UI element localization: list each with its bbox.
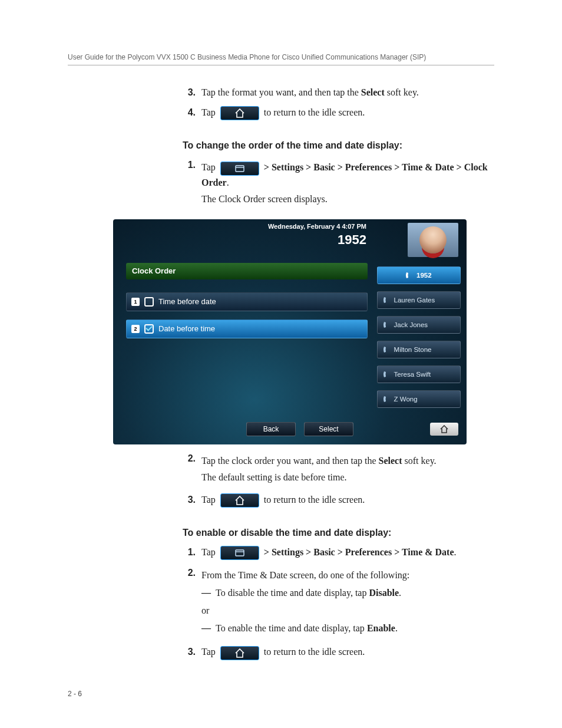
step-number: 4.	[183, 106, 196, 120]
option-text: To enable the time and date display, tap	[216, 623, 367, 633]
line-key-self[interactable]: 1952	[377, 266, 461, 284]
speed-dial[interactable]: Lauren Gates	[377, 291, 461, 309]
page-number: 2 - 6	[68, 690, 494, 698]
step-text: to return to the idle screen.	[264, 107, 365, 117]
home-icon	[220, 646, 259, 660]
speed-dial-label: Z Wong	[394, 396, 418, 403]
handset-icon	[382, 395, 391, 403]
step-number: 2.	[183, 566, 196, 639]
page-header: User Guide for the Polycom VVX 1500 C Bu…	[68, 53, 494, 65]
step-text: soft key.	[385, 87, 419, 97]
status-extension: 1952	[338, 232, 366, 248]
tap-word: Tap	[201, 162, 218, 172]
step-number: 3.	[183, 645, 196, 660]
note-text: The default setting is date before time.	[201, 470, 494, 485]
period: .	[454, 547, 457, 557]
home-softkey[interactable]	[430, 423, 458, 436]
tap-word: Tap	[201, 107, 218, 117]
option-label: Date before time	[158, 324, 215, 333]
step-number: 1.	[183, 545, 196, 560]
avatar	[408, 223, 458, 257]
option-date-before-time[interactable]: 2 Date before time	[126, 319, 368, 338]
step-number: 1.	[183, 158, 196, 208]
main-content: 3. Tap the format you want, and then tap…	[183, 85, 494, 660]
handset-icon	[382, 321, 391, 329]
menu-icon	[220, 546, 259, 560]
speed-dial[interactable]: Jack Jones	[377, 316, 461, 334]
speed-dial-label: Teresa Swift	[394, 371, 431, 378]
handset-icon	[382, 345, 391, 354]
option-index-1: 1	[131, 298, 140, 306]
select-softkey-ref: Select	[361, 87, 385, 97]
speed-dial-label: Jack Jones	[394, 321, 428, 328]
step-number: 3.	[183, 493, 196, 508]
dash-bullet: —	[201, 586, 211, 600]
svg-rect-2	[236, 550, 244, 556]
step-text: to return to the idle screen.	[264, 647, 365, 657]
menu-path: > Settings > Basic > Preferences > Time …	[264, 162, 464, 172]
option-label: Time before date	[158, 297, 216, 306]
svg-rect-0	[236, 166, 244, 172]
home-icon	[220, 493, 259, 508]
tap-word: Tap	[201, 547, 218, 557]
line-key-label: 1952	[416, 272, 432, 279]
menu-icon	[220, 162, 259, 176]
menu-path: > Settings > Basic > Preferences > Time …	[264, 547, 454, 557]
status-datetime: Wednesday, February 4 4:07 PM	[268, 223, 366, 230]
screen-title: Clock Order	[126, 263, 368, 279]
step-text: soft key.	[402, 456, 437, 466]
speed-dial[interactable]: Milton Stone	[377, 341, 461, 358]
tap-word: Tap	[201, 495, 218, 505]
result-text: The Clock Order screen displays.	[201, 192, 494, 206]
section-heading: To change the order of the time and date…	[183, 140, 494, 151]
checkbox-unchecked-icon	[144, 297, 154, 307]
handset-icon	[382, 370, 391, 378]
select-softkey-ref: Select	[379, 456, 402, 466]
period: .	[395, 623, 398, 633]
period: .	[227, 177, 229, 187]
step-text: Tap the format you want, and then tap th…	[201, 87, 361, 97]
speed-dial[interactable]: Z Wong	[377, 390, 461, 408]
or-separator: or	[201, 604, 494, 618]
clock-order-screenshot: Wednesday, February 4 4:07 PM 1952 Clock…	[113, 219, 467, 444]
option-time-before-date[interactable]: 1 Time before date	[126, 292, 368, 311]
handset-icon	[405, 271, 413, 279]
disable-ref: Disable	[369, 588, 399, 598]
home-icon	[439, 425, 449, 433]
step-text: to return to the idle screen.	[264, 495, 365, 505]
step-text: From the Time & Date screen, do one of t…	[201, 568, 494, 582]
enable-ref: Enable	[367, 623, 395, 633]
tap-word: Tap	[201, 647, 218, 657]
step-text: Tap the clock order you want, and then t…	[201, 456, 379, 466]
step-number: 3.	[183, 85, 196, 100]
speed-dial-label: Lauren Gates	[394, 297, 435, 304]
handset-icon	[382, 296, 391, 304]
speed-dial[interactable]: Teresa Swift	[377, 365, 461, 383]
section-heading: To enable or disable the time and date d…	[183, 528, 494, 538]
back-softkey[interactable]: Back	[246, 422, 296, 436]
option-index-2: 2	[131, 325, 140, 333]
option-text: To disable the time and date display, ta…	[216, 588, 369, 598]
speed-dial-label: Milton Stone	[394, 346, 432, 353]
home-icon	[220, 106, 259, 120]
select-softkey[interactable]: Select	[304, 422, 353, 436]
step-number: 2.	[183, 452, 196, 487]
checkbox-checked-icon	[144, 324, 154, 334]
period: .	[399, 588, 401, 598]
dash-bullet: —	[201, 621, 211, 635]
